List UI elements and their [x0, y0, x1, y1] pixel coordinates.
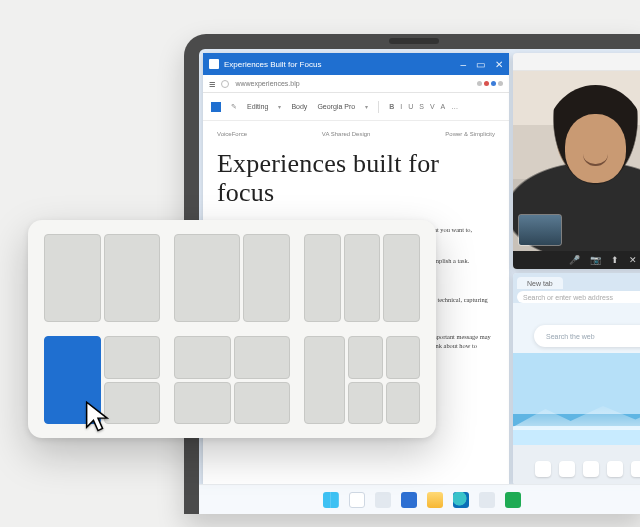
snap-cell[interactable] — [383, 234, 420, 322]
snap-layout-three-columns[interactable] — [304, 234, 420, 322]
font-style-select[interactable]: Body — [291, 103, 307, 110]
word-titlebar[interactable]: Experiences Built for Focus – ▭ ✕ — [203, 53, 509, 75]
video-titlebar[interactable]: – ▭ ✕ — [513, 53, 640, 71]
quick-link[interactable] — [583, 461, 599, 477]
chevron-down-icon[interactable]: ▾ — [278, 103, 281, 110]
search-placeholder: Search the web — [546, 333, 595, 340]
snap-cell[interactable] — [174, 234, 240, 322]
editing-mode-label[interactable]: Editing — [247, 103, 268, 110]
browser-search-box[interactable]: Search the web — [534, 325, 640, 347]
snap-cell[interactable] — [174, 382, 231, 425]
hangup-button[interactable]: ✕ — [629, 255, 637, 265]
xbox-button[interactable] — [505, 492, 521, 508]
snap-cell[interactable] — [348, 382, 382, 425]
store-button[interactable] — [479, 492, 495, 508]
document-heading: Experiences built for focus — [217, 149, 495, 207]
separator — [378, 101, 379, 113]
snap-layout-left-tall-two-right[interactable] — [44, 336, 160, 424]
snap-layout-left-tall-four-right[interactable] — [304, 336, 420, 424]
snap-cell[interactable] — [44, 234, 101, 322]
word-logo-icon — [211, 102, 221, 112]
snap-cell[interactable] — [104, 336, 161, 379]
browser-address-bar[interactable]: Search or enter web address — [517, 291, 640, 303]
close-button[interactable]: ✕ — [495, 59, 503, 70]
doc-meta-left: VoiceForce — [217, 131, 247, 137]
snap-layout-two-equal[interactable] — [44, 234, 160, 322]
address-placeholder: Search or enter web address — [523, 294, 613, 301]
browser-tab-label: New tab — [527, 280, 553, 287]
snap-cell[interactable] — [348, 336, 382, 379]
video-controls-bar: 🎤 📷 ⬆ ✕ — [513, 251, 640, 269]
word-url[interactable]: wwwexperiences.blp — [235, 80, 471, 87]
snap-layout-two-wide-left[interactable] — [174, 234, 290, 322]
file-explorer-button[interactable] — [427, 492, 443, 508]
word-app-icon — [209, 59, 219, 69]
minimize-button[interactable]: – — [460, 59, 466, 70]
browser-wallpaper — [513, 353, 640, 485]
hamburger-icon[interactable] — [209, 78, 215, 90]
snap-cell[interactable] — [344, 234, 381, 322]
quick-link[interactable] — [631, 461, 640, 477]
account-icon[interactable] — [491, 81, 496, 86]
snap-cell[interactable] — [386, 336, 420, 379]
record-icon[interactable] — [484, 81, 489, 86]
video-call-window[interactable]: – ▭ ✕ 🎤 📷 ⬆ ✕ — [513, 53, 640, 269]
start-button[interactable] — [323, 492, 339, 508]
font-family-select[interactable]: Georgia Pro — [317, 103, 355, 110]
share-icon[interactable] — [477, 81, 482, 86]
bold-button[interactable]: B — [389, 103, 394, 110]
task-view-button[interactable] — [375, 492, 391, 508]
underline-button[interactable]: U — [408, 103, 413, 110]
overflow-button[interactable]: … — [451, 103, 458, 110]
snap-layout-quad[interactable] — [174, 336, 290, 424]
subscript-button[interactable]: V — [430, 103, 435, 110]
quick-link[interactable] — [559, 461, 575, 477]
browser-tab[interactable]: New tab — [517, 277, 563, 289]
snap-cell[interactable] — [234, 382, 291, 425]
home-icon[interactable] — [221, 80, 229, 88]
snap-cell[interactable] — [304, 336, 345, 424]
snap-cell[interactable] — [304, 234, 341, 322]
mic-button[interactable]: 🎤 — [569, 255, 580, 265]
snap-layouts-panel[interactable] — [28, 220, 436, 438]
quick-link[interactable] — [607, 461, 623, 477]
italic-button[interactable]: I — [400, 103, 402, 110]
doc-meta-mid: VA Shared Design — [322, 131, 371, 137]
snap-cell-selected[interactable] — [44, 336, 101, 424]
edit-mode-icon[interactable]: ✎ — [231, 103, 237, 111]
word-address-bar: wwwexperiences.blp — [203, 75, 509, 93]
browser-window[interactable]: New tab Search or enter web address Sear… — [513, 273, 640, 485]
edge-button[interactable] — [453, 492, 469, 508]
word-ribbon: ✎ Editing ▾ Body Georgia Pro ▾ B I U S V… — [203, 93, 509, 121]
word-document-name: Experiences Built for Focus — [224, 60, 321, 69]
font-extra-button[interactable]: A — [441, 103, 446, 110]
video-participant-face — [565, 114, 626, 182]
strike-button[interactable]: S — [419, 103, 424, 110]
chevron-down-icon[interactable]: ▾ — [365, 103, 368, 110]
video-remote-feed — [513, 71, 640, 251]
more-icon[interactable] — [498, 81, 503, 86]
snap-cell[interactable] — [174, 336, 231, 379]
chat-button[interactable] — [401, 492, 417, 508]
doc-meta-right: Power & Simplicity — [445, 131, 495, 137]
quick-link[interactable] — [535, 461, 551, 477]
taskbar — [199, 484, 640, 514]
video-self-preview[interactable] — [519, 215, 561, 245]
snap-cell[interactable] — [104, 382, 161, 425]
camera-button[interactable]: 📷 — [590, 255, 601, 265]
snap-cell[interactable] — [386, 382, 420, 425]
snap-cell[interactable] — [234, 336, 291, 379]
share-button[interactable]: ⬆ — [611, 255, 619, 265]
browser-chrome: New tab Search or enter web address — [513, 273, 640, 303]
snap-cell[interactable] — [243, 234, 290, 322]
snap-cell[interactable] — [104, 234, 161, 322]
maximize-button[interactable]: ▭ — [476, 59, 485, 70]
taskbar-search-button[interactable] — [349, 492, 365, 508]
